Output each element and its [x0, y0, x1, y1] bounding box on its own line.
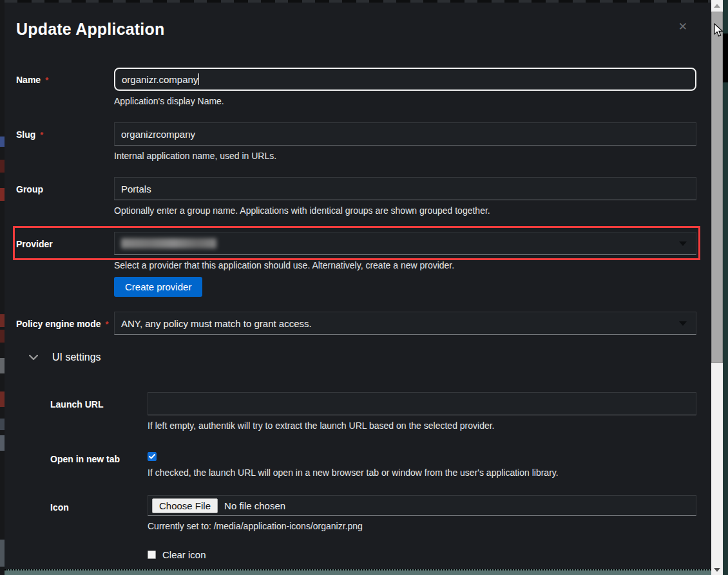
slug-label: Slug*	[16, 122, 114, 162]
ui-settings-body: Launch URL If left empty, authentik will…	[16, 392, 696, 560]
launch-url-label: Launch URL	[50, 392, 148, 432]
launch-url-input[interactable]	[148, 392, 696, 415]
open-in-new-tab-checkbox[interactable]	[148, 452, 157, 461]
window-edge-notch	[723, 33, 728, 82]
name-input[interactable]: organizr.company	[114, 68, 696, 91]
background-page-fragment	[0, 188, 5, 201]
provider-redacted-value	[121, 238, 216, 249]
scrollbar-down-button[interactable]	[711, 564, 723, 575]
chevron-down-icon	[29, 355, 38, 361]
modal-header: Update Application ✕	[16, 18, 696, 40]
group-input[interactable]: Portals	[114, 177, 696, 200]
group-label: Group	[16, 177, 114, 217]
group-field-row: Group Portals Optionally enter a group n…	[16, 177, 696, 217]
background-page-fragment	[0, 391, 5, 407]
scrollbar-up-button[interactable]	[711, 0, 723, 11]
checkmark-icon	[149, 454, 155, 459]
icon-field-row: Icon Choose File No file chosen Currentl…	[50, 495, 696, 533]
background-page-fragment	[0, 314, 5, 327]
mouse-cursor	[714, 23, 723, 40]
clear-icon-checkbox[interactable]	[148, 551, 156, 559]
policy-engine-mode-select[interactable]: ANY, any policy must match to grant acce…	[114, 312, 696, 335]
name-field-row: Name* organizr.company Application's dis…	[16, 68, 696, 108]
select-caret-icon	[679, 321, 687, 326]
scrollbar-thumb[interactable]	[711, 12, 723, 363]
clear-icon-row: Clear icon	[50, 549, 696, 560]
ui-settings-header[interactable]: UI settings	[29, 350, 696, 365]
text-caret	[198, 73, 199, 85]
group-help-text: Optionally enter a group name. Applicati…	[114, 204, 696, 217]
page-bottom-bar	[5, 569, 711, 575]
background-page-fragment	[0, 160, 5, 173]
window-right-edge	[723, 0, 728, 575]
create-provider-button[interactable]: Create provider	[114, 277, 202, 297]
icon-help-text: Currently set to: /media/application-ico…	[148, 520, 696, 533]
policy-engine-mode-row: Policy engine mode* ANY, any policy must…	[16, 312, 696, 335]
slug-help-text: Internal application name, used in URLs.	[114, 149, 696, 162]
launch-url-row: Launch URL If left empty, authentik will…	[50, 392, 696, 432]
launch-url-help-text: If left empty, authentik will try to ext…	[148, 419, 696, 432]
required-marker: *	[45, 75, 48, 85]
background-page-fragment	[0, 435, 5, 451]
policy-engine-mode-label: Policy engine mode*	[16, 312, 114, 335]
modal-title: Update Application	[16, 18, 164, 40]
open-in-new-tab-label: Open in new tab	[50, 447, 148, 479]
name-label: Name*	[16, 68, 114, 108]
background-page-fragment	[0, 419, 5, 430]
slug-input[interactable]: organizrcompany	[114, 122, 696, 146]
provider-select[interactable]	[114, 232, 696, 255]
icon-label: Icon	[50, 495, 148, 533]
background-page-fragment	[0, 137, 5, 147]
provider-label: Provider	[16, 232, 114, 297]
scroll-up-icon	[714, 4, 720, 8]
provider-help-text: Select a provider that this application …	[114, 259, 696, 272]
slug-field-row: Slug* organizrcompany Internal applicati…	[16, 122, 696, 162]
background-page-edge	[0, 0, 5, 575]
open-in-new-tab-row: Open in new tab If checked, the launch U…	[50, 447, 696, 479]
scroll-down-icon	[714, 568, 720, 572]
required-marker: *	[40, 130, 43, 140]
background-page-fragment	[0, 330, 5, 343]
required-marker: *	[105, 319, 108, 329]
name-help-text: Application's display Name.	[114, 95, 696, 108]
file-chosen-status: No file chosen	[224, 500, 285, 511]
background-page-fragment	[0, 540, 5, 567]
clear-icon-label: Clear icon	[162, 549, 206, 560]
ui-settings-title: UI settings	[52, 352, 101, 363]
close-icon[interactable]: ✕	[678, 21, 687, 33]
provider-field-row: Provider Select a provider that this app…	[16, 232, 696, 297]
icon-file-input[interactable]: Choose File No file chosen	[148, 495, 696, 516]
select-caret-icon	[679, 241, 687, 246]
scrollbar[interactable]	[711, 0, 723, 575]
background-page-fragment	[0, 358, 5, 373]
choose-file-button[interactable]: Choose File	[152, 498, 218, 513]
application-form: Name* organizr.company Application's dis…	[16, 68, 696, 560]
update-application-modal: Update Application ✕ Name* organizr.comp…	[5, 3, 711, 569]
open-in-new-tab-help-text: If checked, the launch URL will open in …	[148, 466, 696, 479]
